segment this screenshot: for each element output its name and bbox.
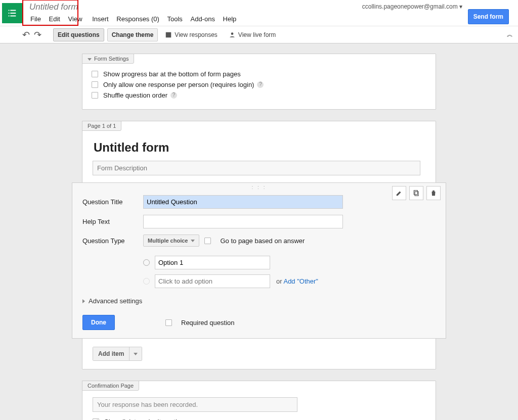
- help-text-input[interactable]: [143, 215, 343, 228]
- duplicate-icon[interactable]: [409, 186, 423, 200]
- add-option-input[interactable]: [155, 274, 270, 288]
- add-other-text: or Add "Other": [276, 277, 318, 285]
- option-input[interactable]: [155, 256, 270, 269]
- toolbar: ↶ ↷ Edit questions Change theme View res…: [0, 26, 518, 43]
- checkbox[interactable]: [92, 81, 98, 88]
- question-type-label: Question Type: [82, 237, 143, 245]
- view-responses-button[interactable]: View responses: [161, 28, 222, 41]
- menu-responses[interactable]: Responses (0): [113, 14, 162, 24]
- form-settings-panel: Form Settings Show progress bar at the b…: [82, 54, 436, 110]
- app-logo[interactable]: [2, 3, 22, 23]
- setting-label: Only allow one response per person (requ…: [103, 81, 254, 88]
- add-other-link[interactable]: Add "Other": [283, 277, 318, 285]
- header: Untitled form File Edit View Insert Resp…: [0, 0, 518, 26]
- view-live-form-button[interactable]: View live form: [225, 28, 280, 41]
- checkbox[interactable]: [92, 71, 98, 77]
- done-button[interactable]: Done: [82, 315, 115, 330]
- advanced-label: Advanced settings: [89, 297, 142, 305]
- menu-view[interactable]: View: [65, 14, 85, 24]
- menu-file[interactable]: File: [27, 14, 44, 24]
- menu-bar: File Edit View Insert Responses (0) Tool…: [27, 14, 239, 24]
- redo-icon[interactable]: ↷: [34, 29, 41, 40]
- goto-page-label: Go to page based on answer: [220, 237, 305, 245]
- svg-point-0: [231, 32, 234, 35]
- content: Form Settings Show progress bar at the b…: [82, 54, 436, 420]
- question-title-label: Question Title: [82, 198, 143, 206]
- confirmation-tab: Confirmation Page: [82, 381, 139, 391]
- page-tab-label: Page 1 of 1: [88, 123, 116, 129]
- edit-icon[interactable]: [392, 186, 406, 200]
- chevron-right-icon: [82, 299, 85, 303]
- change-theme-button[interactable]: Change theme: [107, 28, 158, 41]
- confirmation-message-input[interactable]: [93, 397, 297, 412]
- svg-rect-2: [414, 191, 417, 195]
- menu-insert[interactable]: Insert: [89, 14, 112, 24]
- page-panel: Page 1 of 1 Untitled form : : : Question…: [82, 121, 436, 369]
- page-tab: Page 1 of 1: [82, 121, 121, 131]
- help-icon[interactable]: ?: [257, 81, 264, 88]
- question-type-value: Multiple choice: [148, 238, 188, 244]
- setting-progress-bar[interactable]: Show progress bar at the bottom of form …: [92, 70, 426, 78]
- form-description-input[interactable]: [93, 161, 420, 175]
- confirmation-panel: Confirmation Page Show link to submit an…: [82, 381, 436, 420]
- setting-label: Show progress bar at the bottom of form …: [103, 70, 241, 78]
- collapse-icon[interactable]: ︽: [507, 30, 513, 39]
- setting-one-response[interactable]: Only allow one response per person (requ…: [92, 81, 426, 88]
- add-item-label: Add item: [93, 347, 129, 360]
- setting-shuffle[interactable]: Shuffle question order ?: [92, 91, 426, 99]
- checkbox[interactable]: [204, 238, 211, 244]
- confirmation-tab-label: Confirmation Page: [88, 383, 134, 389]
- option-row: [143, 256, 436, 269]
- chevron-down-icon: [191, 240, 195, 242]
- table-icon: [165, 31, 172, 38]
- chevron-down-icon: [88, 58, 92, 61]
- confirm-show-link[interactable]: Show link to submit another response: [93, 418, 425, 420]
- forms-icon: [7, 8, 18, 19]
- add-item-button[interactable]: Add item: [93, 347, 142, 361]
- question-type-dropdown[interactable]: Multiple choice: [143, 235, 199, 247]
- radio-icon: [143, 278, 150, 285]
- menu-addons[interactable]: Add-ons: [187, 14, 218, 24]
- advanced-settings-toggle[interactable]: Advanced settings: [82, 297, 436, 305]
- account-email[interactable]: ccollins.pageonepower@gmail.com ▾: [362, 3, 462, 10]
- help-icon[interactable]: ?: [170, 92, 177, 99]
- menu-help[interactable]: Help: [220, 14, 240, 24]
- add-option-row: or Add "Other": [143, 274, 436, 288]
- checkbox[interactable]: [92, 92, 98, 99]
- edit-questions-button[interactable]: Edit questions: [53, 28, 104, 41]
- checkbox[interactable]: [165, 319, 172, 326]
- send-form-button[interactable]: Send form: [468, 9, 509, 24]
- view-responses-label: View responses: [175, 31, 218, 38]
- help-text-label: Help Text: [82, 218, 143, 225]
- form-title[interactable]: Untitled form: [94, 141, 425, 155]
- drag-handle-icon[interactable]: : : :: [72, 184, 446, 190]
- question-title-input[interactable]: [143, 195, 343, 209]
- menu-edit[interactable]: Edit: [46, 14, 63, 24]
- form-settings-tab[interactable]: Form Settings: [82, 54, 134, 64]
- svg-rect-1: [415, 192, 418, 196]
- delete-icon[interactable]: [426, 186, 441, 200]
- menu-tools[interactable]: Tools: [164, 14, 186, 24]
- question-card: : : : Question Title Help Text Question …: [72, 182, 446, 339]
- form-settings-tab-label: Form Settings: [94, 56, 128, 62]
- title-block: Untitled form File Edit View Insert Resp…: [27, 1, 239, 26]
- radio-icon: [143, 259, 150, 266]
- view-live-label: View live form: [238, 31, 276, 38]
- doc-title[interactable]: Untitled form: [27, 1, 239, 13]
- setting-label: Shuffle question order: [103, 91, 167, 99]
- add-item-dropdown[interactable]: [129, 347, 142, 360]
- person-icon: [229, 31, 236, 38]
- required-label: Required question: [181, 319, 235, 326]
- setting-label: Show link to submit another response: [104, 418, 214, 420]
- chevron-down-icon: [134, 353, 138, 355]
- undo-icon[interactable]: ↶: [22, 29, 30, 40]
